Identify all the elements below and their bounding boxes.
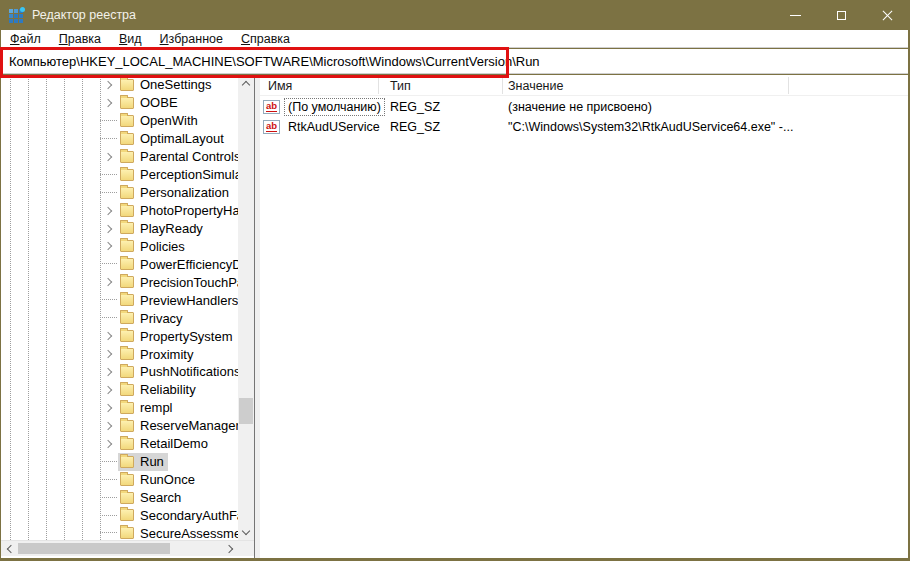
tree-connector [100,532,118,533]
tree-item-label: Reliability [140,382,196,397]
scroll-up-button[interactable] [238,75,254,91]
column-separator[interactable] [378,77,379,94]
tree-item[interactable]: PushNotifications [1,363,238,381]
menu-item[interactable]: Правка [50,32,110,46]
folder-icon [120,240,134,252]
folder-icon [120,330,134,342]
tree-item[interactable]: PreviewHandlers [1,291,238,309]
maximize-button[interactable] [818,0,864,30]
tree-item[interactable]: Search [1,489,238,507]
value-row[interactable]: ab (По умолчанию) REG_SZ (значение не пр… [260,97,908,117]
tree-item-label: Proximity [140,347,193,362]
scroll-left-button[interactable] [1,541,17,557]
column-separator[interactable] [502,77,503,94]
value-name: RtkAudUService [284,118,384,136]
tree-item[interactable]: OptimalLayout [1,130,238,148]
expand-chevron-icon[interactable] [104,332,112,340]
folder-icon [120,474,134,486]
chevron-left-icon [6,545,14,553]
tree-item[interactable]: PhotoPropertyHan [1,202,238,220]
expand-chevron-icon[interactable] [104,440,112,448]
tree-item[interactable]: ReserveManager [1,417,238,435]
folder-icon [120,276,134,288]
folder-icon [120,187,134,199]
tree-horizontal-scrollbar[interactable] [1,540,254,556]
tree-item[interactable]: SecureAssessment [1,524,238,540]
tree-item[interactable]: PlayReady [1,220,238,238]
menu-item[interactable]: Файл [1,32,50,46]
scroll-down-button[interactable] [238,524,254,540]
expand-chevron-icon[interactable] [104,206,112,214]
tree-item[interactable]: Run [1,453,238,471]
folder-icon [120,384,134,396]
tree-connector [100,120,118,121]
menu-item[interactable]: Справка [232,32,299,46]
tree-item[interactable]: RetailDemo [1,435,238,453]
tree-item[interactable]: PropertySystem [1,327,238,345]
tree-item[interactable]: OOBE [1,94,238,112]
scroll-right-button[interactable] [222,541,238,557]
column-header-name[interactable]: Имя [268,75,292,96]
expand-chevron-icon[interactable] [104,368,112,376]
tree-item[interactable]: OneSettings [1,76,238,94]
tree-item[interactable]: PowerEfficiencyDi [1,255,238,273]
vertical-scrollbar-thumb[interactable] [239,398,253,424]
folder-icon [120,492,134,504]
folder-icon [120,366,134,378]
tree-connector [100,192,118,193]
tree-item-label: PushNotifications [140,364,238,379]
address-bar[interactable]: Компьютер\HKEY_LOCAL_MACHINE\SOFTWARE\Mi… [1,49,908,74]
value-row[interactable]: ab RtkAudUService REG_SZ "C:\Windows\Sys… [260,117,908,137]
menu-item[interactable]: Избранное [151,32,232,46]
expand-chevron-icon[interactable] [104,224,112,232]
folder-icon [120,169,134,181]
expand-chevron-icon[interactable] [104,81,112,89]
folder-icon [120,133,134,145]
tree-connector [100,461,118,462]
tree-connector [100,299,118,300]
close-icon [882,10,893,21]
tree-item[interactable]: RunOnce [1,471,238,489]
minimize-button[interactable] [772,0,818,30]
expand-chevron-icon[interactable] [104,153,112,161]
column-header-type[interactable]: Тип [390,75,411,96]
list-header: Имя Тип Значение [260,75,908,96]
tree-item[interactable]: Proximity [1,345,238,363]
folder-icon [120,151,134,163]
tree-item[interactable]: PerceptionSimulat [1,166,238,184]
expand-chevron-icon[interactable] [104,99,112,107]
menu-item[interactable]: Вид [110,32,151,46]
tree-item[interactable]: SecondaryAuthFac [1,507,238,525]
folder-icon [120,312,134,324]
tree-connector [100,479,118,480]
folder-icon [120,509,134,521]
folder-icon [120,456,134,468]
close-button[interactable] [864,0,910,30]
value-type: REG_SZ [390,97,440,117]
column-header-value[interactable]: Значение [508,75,563,96]
folder-icon [120,97,134,109]
expand-chevron-icon[interactable] [104,404,112,412]
tree-item[interactable]: Privacy [1,309,238,327]
value-type: REG_SZ [390,117,440,137]
folder-icon [120,348,134,360]
tree-item-label: PlayReady [140,221,203,236]
expand-chevron-icon[interactable] [104,386,112,394]
tree-item[interactable]: Policies [1,237,238,255]
folder-icon [120,527,134,539]
horizontal-scrollbar-thumb[interactable] [18,543,170,554]
tree-item[interactable]: rempl [1,399,238,417]
tree-item[interactable]: OpenWith [1,112,238,130]
tree-item[interactable]: Parental Controls [1,148,238,166]
expand-chevron-icon[interactable] [104,422,112,430]
tree-item-label: Personalization [140,185,229,200]
expand-chevron-icon[interactable] [104,242,112,250]
expand-chevron-icon[interactable] [104,278,112,286]
tree-item[interactable]: Personalization [1,184,238,202]
tree-item[interactable]: PrecisionTouchPa [1,273,238,291]
tree-item[interactable]: Reliability [1,381,238,399]
window-title: Редактор реестра [32,8,136,22]
expand-chevron-icon[interactable] [104,350,112,358]
tree-vertical-scrollbar[interactable] [238,75,254,540]
column-separator[interactable] [788,77,789,94]
